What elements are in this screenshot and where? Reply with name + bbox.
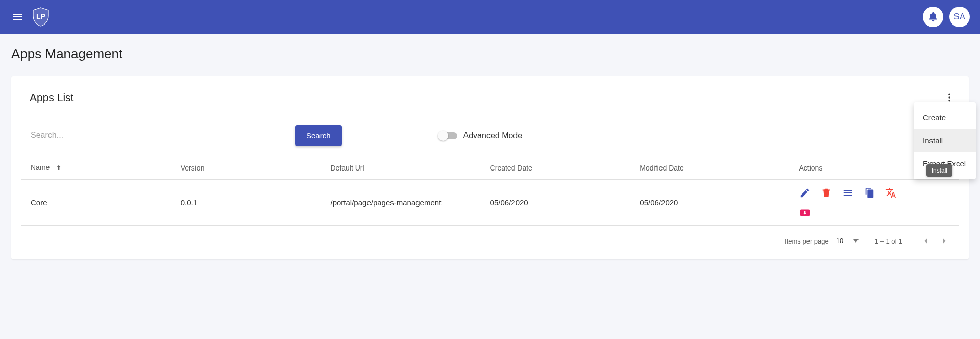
paginator: Items per page 10 1 – 1 of 1 [21,226,959,255]
apps-list-card: Apps List Search Advanced Mode [11,76,969,259]
clone-button[interactable] [863,187,875,199]
sort-asc-icon [55,164,63,172]
shield-logo-icon: LP [32,7,50,27]
bell-icon [927,11,939,22]
advanced-mode-toggle[interactable] [439,132,457,139]
pencil-icon [799,187,811,199]
card-title: Apps List [30,91,74,104]
col-created-date[interactable]: Created Date [481,156,631,180]
page-title: Apps Management [11,46,969,62]
user-avatar[interactable]: SA [949,7,970,27]
logo[interactable]: LP [32,8,50,26]
range-label: 1 – 1 of 1 [875,237,902,245]
tooltip: Install [926,164,952,177]
dropdown-arrow-icon [853,239,859,243]
search-input[interactable] [30,128,275,143]
svg-text:LP: LP [36,12,45,20]
chevron-right-icon [939,236,949,246]
edit-button[interactable] [799,187,811,199]
menu-button[interactable] [5,5,30,29]
app-bar: LP SA [0,0,980,34]
cell-actions [790,180,959,226]
page-size-select[interactable]: 10 [834,236,861,246]
advanced-mode-label: Advanced Mode [463,131,523,140]
menu-icon [11,11,23,23]
svg-point-2 [948,96,950,98]
apps-table: Name Version Default Url Created Date Mo… [21,156,959,226]
items-per-page-label: Items per page [785,237,829,245]
svg-point-1 [948,94,950,95]
trash-icon [821,187,832,199]
col-default-url[interactable]: Default Url [322,156,481,180]
search-button[interactable]: Search [295,125,342,146]
list-icon [842,187,853,199]
page-size-value: 10 [836,237,843,245]
next-page-button[interactable] [935,232,953,250]
cell-modified-date: 05/06/2020 [630,180,790,226]
menus-button[interactable] [842,187,854,199]
delete-button[interactable] [820,187,832,199]
user-initials: SA [954,12,965,21]
copy-icon [864,187,875,199]
translate-icon [885,187,896,199]
cell-default-url: /portal/page/pages-management [322,180,481,226]
cell-created-date: 05/06/2020 [481,180,631,226]
table-row: Core 0.0.1 /portal/page/pages-management… [21,180,959,226]
archive-download-icon [799,207,811,218]
col-name[interactable]: Name [21,156,172,180]
menu-item-install[interactable]: Install [914,129,976,152]
cell-version: 0.0.1 [172,180,322,226]
translate-button[interactable] [885,187,897,199]
toggle-thumb [438,131,448,141]
col-version[interactable]: Version [172,156,322,180]
notifications-button[interactable] [923,7,943,27]
prev-page-button[interactable] [917,232,935,250]
more-vert-icon [944,92,954,103]
cell-name: Core [21,180,172,226]
menu-item-create[interactable]: Create [914,106,976,129]
package-button[interactable] [799,206,811,219]
svg-point-3 [948,100,950,101]
col-modified-date[interactable]: Modified Date [630,156,790,180]
chevron-left-icon [921,236,931,246]
